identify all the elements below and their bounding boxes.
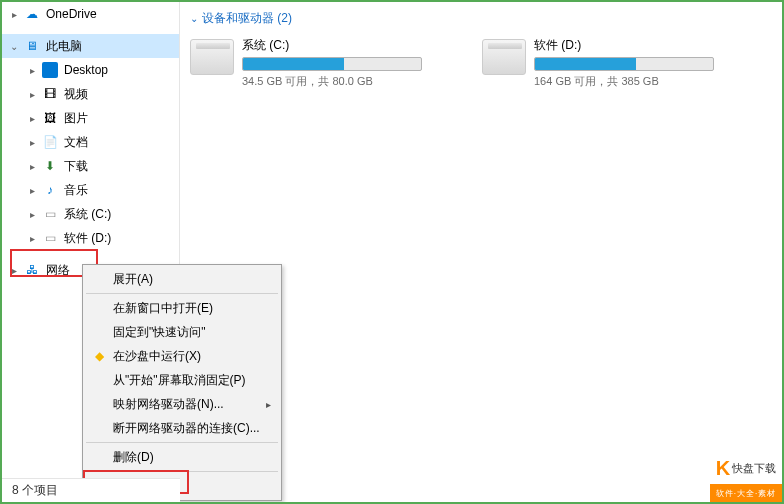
menu-item-map-network-drive[interactable]: 映射网络驱动器(N)... ▸ <box>85 392 279 416</box>
status-item-count: 8 个项目 <box>12 482 58 499</box>
chevron-right-icon: ▸ <box>26 88 38 100</box>
desktop-icon <box>42 62 58 78</box>
drive-info: 系统 (C:) 34.5 GB 可用，共 80.0 GB <box>242 37 422 89</box>
drive-name: 软件 (D:) <box>534 37 714 54</box>
watermark-logo-icon: K <box>716 457 730 480</box>
pc-icon: 🖥 <box>24 38 40 54</box>
section-header-devices[interactable]: ⌄ 设备和驱动器 (2) <box>190 10 772 27</box>
chevron-down-icon: ⌄ <box>190 13 198 24</box>
video-icon: 🎞 <box>42 86 58 102</box>
sidebar-item-downloads[interactable]: ▸ ⬇ 下载 <box>2 154 179 178</box>
sidebar-item-drive-c[interactable]: ▸ ▭ 系统 (C:) <box>2 202 179 226</box>
chevron-right-icon: ▸ <box>8 8 20 20</box>
drives-row: 系统 (C:) 34.5 GB 可用，共 80.0 GB 软件 (D:) 164… <box>190 37 772 89</box>
drive-name: 系统 (C:) <box>242 37 422 54</box>
sidebar-item-label: 下载 <box>64 158 88 175</box>
drive-icon <box>482 39 526 75</box>
drive-info: 软件 (D:) 164 GB 可用，共 385 GB <box>534 37 714 89</box>
chevron-right-icon: ▸ <box>26 184 38 196</box>
watermark-tagline: 软件·大全·素材 <box>710 484 782 502</box>
music-icon: ♪ <box>42 182 58 198</box>
drive-item-c[interactable]: 系统 (C:) 34.5 GB 可用，共 80.0 GB <box>190 37 422 89</box>
drive-icon: ▭ <box>42 206 58 222</box>
menu-separator <box>86 293 278 294</box>
drive-stats: 164 GB 可用，共 385 GB <box>534 74 714 89</box>
status-bar: 8 个项目 <box>2 478 180 502</box>
watermark-brand: 快盘下载 <box>732 461 776 476</box>
sidebar-item-label: Desktop <box>64 63 108 77</box>
chevron-right-icon: ▸ <box>26 232 38 244</box>
chevron-right-icon: ▸ <box>26 160 38 172</box>
sidebar-item-label: 此电脑 <box>46 38 82 55</box>
menu-separator <box>86 471 278 472</box>
chevron-right-icon: ▸ <box>26 136 38 148</box>
menu-item-open-new-window[interactable]: 在新窗口中打开(E) <box>85 296 279 320</box>
drive-capacity-bar <box>534 57 714 71</box>
context-menu: 展开(A) 在新窗口中打开(E) 固定到"快速访问" ◆ 在沙盘中运行(X) 从… <box>82 264 282 501</box>
watermark: K 快盘下载 软件·大全·素材 <box>710 452 782 502</box>
onedrive-icon: ☁ <box>24 6 40 22</box>
chevron-down-icon: ⌄ <box>8 40 20 52</box>
chevron-right-icon: ▸ <box>26 64 38 76</box>
drive-icon: ▭ <box>42 230 58 246</box>
sidebar-item-label: 文档 <box>64 134 88 151</box>
submenu-arrow-icon: ▸ <box>266 399 271 410</box>
sidebar-item-label: 视频 <box>64 86 88 103</box>
menu-item-expand[interactable]: 展开(A) <box>85 267 279 291</box>
network-icon: 🖧 <box>24 262 40 278</box>
sidebar-item-label: 音乐 <box>64 182 88 199</box>
menu-item-unpin-start[interactable]: 从"开始"屏幕取消固定(P) <box>85 368 279 392</box>
menu-item-disconnect-network-drive[interactable]: 断开网络驱动器的连接(C)... <box>85 416 279 440</box>
sidebar-item-label: 网络 <box>46 262 70 279</box>
drive-icon <box>190 39 234 75</box>
sidebar-item-drive-d[interactable]: ▸ ▭ 软件 (D:) <box>2 226 179 250</box>
sidebar-item-music[interactable]: ▸ ♪ 音乐 <box>2 178 179 202</box>
sidebar-item-label: 软件 (D:) <box>64 230 111 247</box>
menu-item-run-sandbox[interactable]: ◆ 在沙盘中运行(X) <box>85 344 279 368</box>
chevron-right-icon: ▸ <box>8 264 20 276</box>
menu-item-delete[interactable]: 删除(D) <box>85 445 279 469</box>
drive-item-d[interactable]: 软件 (D:) 164 GB 可用，共 385 GB <box>482 37 714 89</box>
drive-stats: 34.5 GB 可用，共 80.0 GB <box>242 74 422 89</box>
sidebar-item-label: OneDrive <box>46 7 97 21</box>
sidebar-item-videos[interactable]: ▸ 🎞 视频 <box>2 82 179 106</box>
sidebar-item-this-pc[interactable]: ⌄ 🖥 此电脑 <box>2 34 179 58</box>
sidebar-item-label: 图片 <box>64 110 88 127</box>
sidebar-item-pictures[interactable]: ▸ 🖼 图片 <box>2 106 179 130</box>
pictures-icon: 🖼 <box>42 110 58 126</box>
chevron-right-icon: ▸ <box>26 208 38 220</box>
menu-item-pin-quick-access[interactable]: 固定到"快速访问" <box>85 320 279 344</box>
sidebar-item-documents[interactable]: ▸ 📄 文档 <box>2 130 179 154</box>
chevron-right-icon: ▸ <box>26 112 38 124</box>
sandbox-icon: ◆ <box>91 348 107 364</box>
downloads-icon: ⬇ <box>42 158 58 174</box>
documents-icon: 📄 <box>42 134 58 150</box>
drive-capacity-bar <box>242 57 422 71</box>
menu-separator <box>86 442 278 443</box>
sidebar-item-label: 系统 (C:) <box>64 206 111 223</box>
sidebar-item-desktop[interactable]: ▸ Desktop <box>2 58 179 82</box>
sidebar-item-onedrive[interactable]: ▸ ☁ OneDrive <box>2 2 179 26</box>
section-title: 设备和驱动器 (2) <box>202 10 292 27</box>
